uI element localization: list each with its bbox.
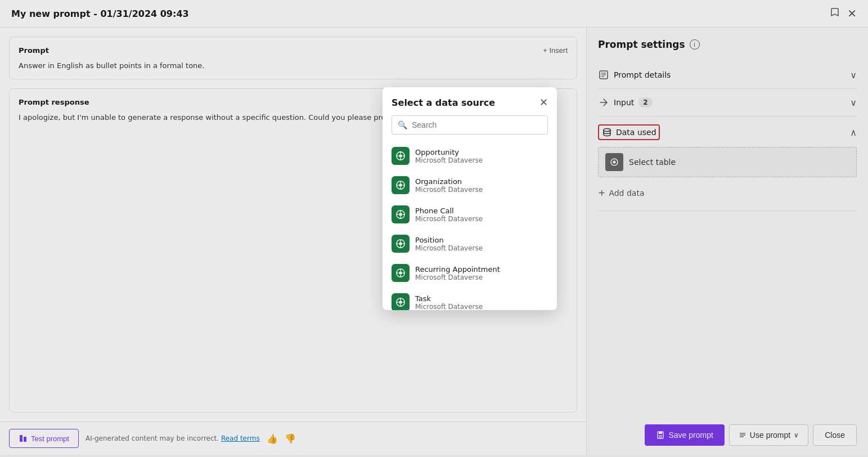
datasource-icon bbox=[392, 176, 410, 194]
search-input[interactable] bbox=[412, 120, 542, 129]
svg-point-41 bbox=[399, 271, 402, 274]
svg-point-29 bbox=[399, 213, 402, 216]
item-name: Phone Call bbox=[415, 207, 483, 215]
select-data-source-modal: Select a data source ✕ 🔍 Opportunity Mic… bbox=[383, 87, 557, 310]
svg-point-35 bbox=[399, 242, 402, 245]
datasource-icon bbox=[392, 205, 410, 223]
modal-title: Select a data source bbox=[392, 97, 495, 108]
datasource-icon bbox=[392, 147, 410, 165]
modal-list-item[interactable]: Position Microsoft Dataverse bbox=[383, 229, 557, 258]
item-sub: Microsoft Dataverse bbox=[415, 215, 483, 223]
item-name: Recurring Appointment bbox=[415, 265, 500, 274]
item-name: Task bbox=[415, 294, 483, 303]
svg-point-23 bbox=[399, 183, 402, 186]
item-sub: Microsoft Dataverse bbox=[415, 156, 483, 164]
modal-list-item[interactable]: Task Microsoft Dataverse bbox=[383, 288, 557, 310]
search-icon: 🔍 bbox=[398, 120, 407, 129]
modal-close-button[interactable]: ✕ bbox=[539, 96, 548, 109]
modal-list-item[interactable]: Phone Call Microsoft Dataverse bbox=[383, 200, 557, 229]
item-sub: Microsoft Dataverse bbox=[415, 244, 483, 252]
svg-point-47 bbox=[399, 301, 402, 303]
datasource-icon bbox=[392, 264, 410, 282]
svg-point-17 bbox=[399, 154, 402, 157]
modal-list: Opportunity Microsoft Dataverse Organiza… bbox=[383, 141, 557, 310]
item-name: Organization bbox=[415, 177, 483, 186]
item-sub: Microsoft Dataverse bbox=[415, 186, 483, 194]
datasource-icon bbox=[392, 235, 410, 253]
modal-header: Select a data source ✕ bbox=[383, 87, 557, 115]
item-name: Position bbox=[415, 236, 483, 244]
modal-list-item[interactable]: Organization Microsoft Dataverse bbox=[383, 171, 557, 200]
modal-list-item[interactable]: Opportunity Microsoft Dataverse bbox=[383, 141, 557, 171]
modal-search-box[interactable]: 🔍 bbox=[392, 115, 548, 135]
datasource-icon bbox=[392, 293, 410, 310]
modal-list-item[interactable]: Recurring Appointment Microsoft Datavers… bbox=[383, 258, 557, 288]
item-name: Opportunity bbox=[415, 148, 483, 156]
item-sub: Microsoft Dataverse bbox=[415, 303, 483, 311]
item-sub: Microsoft Dataverse bbox=[415, 274, 500, 281]
